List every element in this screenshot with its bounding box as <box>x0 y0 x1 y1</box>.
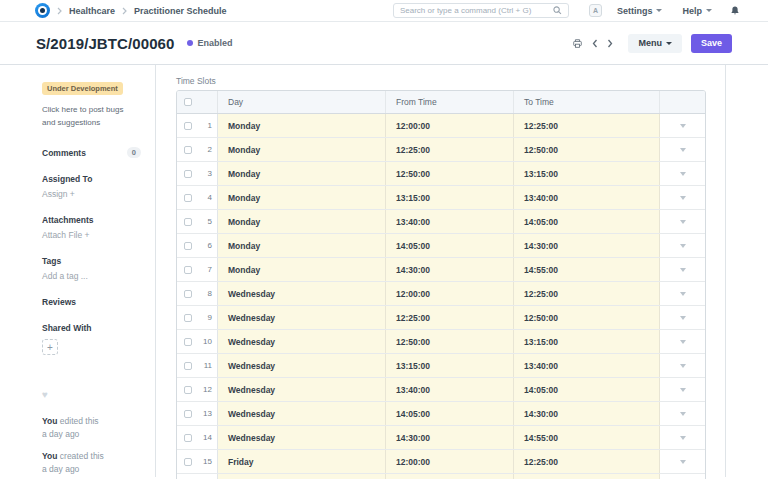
cell-to[interactable]: 14:05:00 <box>514 210 660 233</box>
cell-from[interactable]: 12:25:00 <box>386 138 514 161</box>
settings-menu[interactable]: Settings <box>617 6 663 16</box>
cell-from[interactable]: 12:00:00 <box>386 282 514 305</box>
cell-from[interactable]: 12:00:00 <box>386 114 514 137</box>
row-expand-button[interactable] <box>660 138 705 161</box>
row-index[interactable]: 5 <box>199 210 218 233</box>
cell-day[interactable]: Wednesday <box>218 426 386 449</box>
next-record-icon[interactable] <box>607 39 613 48</box>
cell-from[interactable]: 12:00:00 <box>386 450 514 473</box>
cell-to[interactable]: 13:15:00 <box>514 330 660 353</box>
row-checkbox[interactable] <box>184 242 192 250</box>
add-tag-input[interactable]: Add a tag ... <box>42 271 141 281</box>
row-checkbox[interactable] <box>184 122 192 130</box>
row-expand-button[interactable] <box>660 306 705 329</box>
row-expand-button[interactable] <box>660 474 705 479</box>
row-index[interactable] <box>199 474 218 479</box>
app-logo[interactable] <box>35 3 50 18</box>
cell-from[interactable]: 12:25:00 <box>386 306 514 329</box>
cell-to[interactable]: 12:50:00 <box>514 138 660 161</box>
cell-day[interactable]: Monday <box>218 138 386 161</box>
cell-day[interactable]: Wednesday <box>218 378 386 401</box>
print-icon[interactable] <box>572 38 583 49</box>
cell-to[interactable]: 13:40:00 <box>514 354 660 377</box>
avatar[interactable]: A <box>589 4 602 17</box>
menu-button[interactable]: Menu <box>628 34 682 53</box>
row-checkbox[interactable] <box>184 266 192 274</box>
search-input[interactable] <box>400 6 553 15</box>
cell-to[interactable]: 12:25:00 <box>514 114 660 137</box>
row-expand-button[interactable] <box>660 402 705 425</box>
cell-day[interactable]: Wednesday <box>218 354 386 377</box>
cell-to[interactable]: 13:15:00 <box>514 162 660 185</box>
cell-day[interactable]: Monday <box>218 186 386 209</box>
row-index[interactable]: 14 <box>199 426 218 449</box>
row-checkbox[interactable] <box>184 218 192 226</box>
cell-from[interactable]: 12:50:00 <box>386 330 514 353</box>
row-expand-button[interactable] <box>660 354 705 377</box>
share-add-button[interactable]: + <box>42 339 58 355</box>
help-menu[interactable]: Help <box>682 6 712 16</box>
row-index[interactable]: 4 <box>199 186 218 209</box>
row-expand-button[interactable] <box>660 450 705 473</box>
cell-to[interactable]: 13:40:00 <box>514 186 660 209</box>
row-checkbox[interactable] <box>184 194 192 202</box>
row-index[interactable]: 3 <box>199 162 218 185</box>
cell-from[interactable]: 13:15:00 <box>386 354 514 377</box>
cell-to[interactable]: 14:30:00 <box>514 234 660 257</box>
cell-to[interactable]: 14:55:00 <box>514 258 660 281</box>
row-expand-button[interactable] <box>660 378 705 401</box>
cell-from[interactable]: 14:30:00 <box>386 258 514 281</box>
cell-to[interactable] <box>514 474 660 479</box>
row-index[interactable]: 10 <box>199 330 218 353</box>
cell-day[interactable]: Monday <box>218 234 386 257</box>
select-all-checkbox[interactable] <box>184 98 192 106</box>
cell-from[interactable] <box>386 474 514 479</box>
under-development-badge[interactable]: Under Development <box>42 82 123 95</box>
cell-from[interactable]: 13:40:00 <box>386 378 514 401</box>
bug-report-link[interactable]: Click here to post bugs and suggestions <box>42 103 138 129</box>
cell-from[interactable]: 13:40:00 <box>386 210 514 233</box>
row-index[interactable]: 13 <box>199 402 218 425</box>
row-index[interactable]: 6 <box>199 234 218 257</box>
cell-from[interactable]: 14:05:00 <box>386 402 514 425</box>
cell-day[interactable]: Wednesday <box>218 306 386 329</box>
row-expand-button[interactable] <box>660 114 705 137</box>
cell-from[interactable]: 14:05:00 <box>386 234 514 257</box>
row-checkbox[interactable] <box>184 146 192 154</box>
cell-day[interactable]: Monday <box>218 210 386 233</box>
row-index[interactable]: 8 <box>199 282 218 305</box>
row-expand-button[interactable] <box>660 426 705 449</box>
row-checkbox[interactable] <box>184 338 192 346</box>
cell-day[interactable] <box>218 474 386 479</box>
cell-day[interactable]: Monday <box>218 258 386 281</box>
row-expand-button[interactable] <box>660 186 705 209</box>
cell-day[interactable]: Wednesday <box>218 282 386 305</box>
row-expand-button[interactable] <box>660 162 705 185</box>
cell-to[interactable]: 12:25:00 <box>514 450 660 473</box>
notifications-bell-icon[interactable] <box>730 5 740 16</box>
row-index[interactable]: 1 <box>199 114 218 137</box>
cell-from[interactable]: 12:50:00 <box>386 162 514 185</box>
row-expand-button[interactable] <box>660 330 705 353</box>
row-index[interactable]: 7 <box>199 258 218 281</box>
row-expand-button[interactable] <box>660 234 705 257</box>
cell-to[interactable]: 12:50:00 <box>514 306 660 329</box>
like-heart-icon[interactable]: ♥ <box>42 389 141 400</box>
row-checkbox[interactable] <box>184 434 192 442</box>
cell-to[interactable]: 14:30:00 <box>514 402 660 425</box>
row-index[interactable]: 12 <box>199 378 218 401</box>
row-expand-button[interactable] <box>660 258 705 281</box>
cell-from[interactable]: 14:30:00 <box>386 426 514 449</box>
row-checkbox[interactable] <box>184 458 192 466</box>
cell-to[interactable]: 14:05:00 <box>514 378 660 401</box>
row-checkbox[interactable] <box>184 170 192 178</box>
breadcrumb-healthcare[interactable]: Healthcare <box>69 6 115 16</box>
row-index[interactable]: 9 <box>199 306 218 329</box>
cell-day[interactable]: Wednesday <box>218 402 386 425</box>
cell-day[interactable]: Wednesday <box>218 330 386 353</box>
attach-file-button[interactable]: Attach File + <box>42 230 141 240</box>
cell-from[interactable]: 13:15:00 <box>386 186 514 209</box>
save-button[interactable]: Save <box>691 34 732 53</box>
row-checkbox[interactable] <box>184 386 192 394</box>
assign-button[interactable]: Assign + <box>42 189 141 199</box>
